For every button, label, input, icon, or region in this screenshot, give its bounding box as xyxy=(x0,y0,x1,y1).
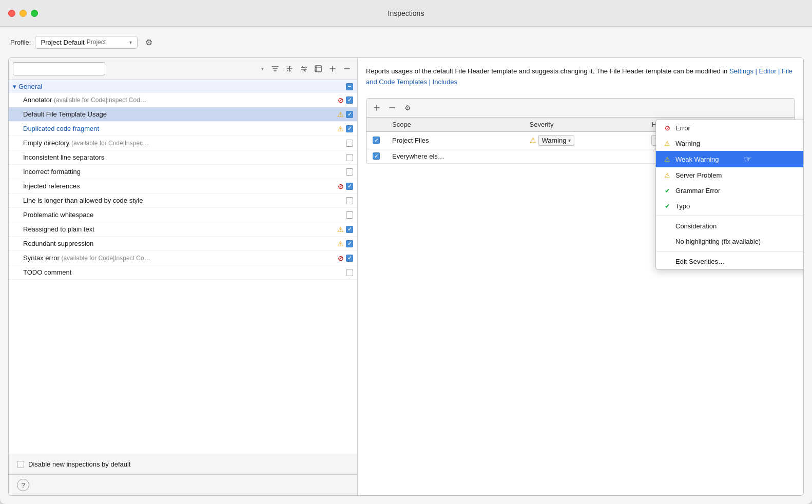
item-checkbox[interactable] xyxy=(346,154,353,161)
item-checkbox[interactable] xyxy=(346,240,353,247)
dropdown-item-label: Weak Warning xyxy=(675,156,719,163)
panels: 🔍 ▾ xyxy=(8,57,804,496)
dropdown-item-edit-severities[interactable]: Edit Severities… xyxy=(656,254,804,269)
scope-severity[interactable]: ⚠ Warning ▾ xyxy=(524,131,646,149)
minimize-button[interactable] xyxy=(20,10,27,17)
error-icon: ⊘ xyxy=(338,182,344,190)
tree-item[interactable]: Redundant suppression ⚠ xyxy=(9,237,357,251)
tree-item[interactable]: Problematic whitespace xyxy=(9,208,357,222)
maximize-button[interactable] xyxy=(31,10,38,17)
bottom-bar: Disable new inspections by default xyxy=(9,454,357,474)
tree-item[interactable]: Line is longer than allowed by code styl… xyxy=(9,193,357,208)
item-checkbox[interactable] xyxy=(346,183,353,190)
dropdown-item-grammar-error[interactable]: ✔ Grammar Error xyxy=(656,183,804,198)
search-input[interactable] xyxy=(13,62,105,75)
severity-dropdown-overlay: ⊘ Error ⚠ Warning ⚠ Weak Warning ☞ ⚠ S xyxy=(655,120,804,269)
expand-all-button[interactable] xyxy=(283,63,296,75)
tree-item[interactable]: Annotator (available for Code|Inspect Co… xyxy=(9,93,357,107)
item-name: Redundant suppression xyxy=(23,240,93,247)
scope-name: Project Files xyxy=(386,131,524,149)
tree-item[interactable]: Injected references ⊘ xyxy=(9,179,357,193)
item-name: Annotator xyxy=(23,96,52,104)
collapse-all-button[interactable] xyxy=(298,63,310,75)
severity-icon: ⚠ xyxy=(530,136,536,144)
profile-name: Project Default xyxy=(41,38,84,46)
item-name: Duplicated code fragment xyxy=(23,125,99,132)
item-checkbox[interactable] xyxy=(346,269,353,276)
item-checkbox[interactable] xyxy=(346,168,353,176)
tree-item[interactable]: Empty directory (available for Code|Insp… xyxy=(9,136,357,150)
help-button[interactable]: ? xyxy=(17,479,29,491)
warning-icon: ⚠ xyxy=(337,125,344,133)
item-checkbox[interactable] xyxy=(346,111,353,118)
warning-icon: ⚠ xyxy=(337,240,344,248)
item-name: Empty directory xyxy=(23,139,69,147)
disable-inspections-checkbox[interactable] xyxy=(17,461,24,468)
svg-rect-0 xyxy=(315,66,321,72)
warning-option-icon: ⚠ xyxy=(663,139,671,147)
scope-remove-button[interactable] xyxy=(386,102,398,114)
tree-item[interactable]: TODO comment xyxy=(9,265,357,280)
error-icon: ⊘ xyxy=(338,254,344,262)
tree-item[interactable]: Incorrect formatting xyxy=(9,165,357,179)
dropdown-item-warning[interactable]: ⚠ Warning xyxy=(656,135,804,151)
item-name: TODO comment xyxy=(23,268,71,276)
tree-item[interactable]: Inconsistent line separators xyxy=(9,150,357,165)
scope-row-check[interactable] xyxy=(366,131,386,149)
dropdown-item-server-problem[interactable]: ⚠ Server Problem xyxy=(656,167,804,183)
typo-option-icon: ✔ xyxy=(663,202,671,210)
dropdown-item-label: Error xyxy=(675,124,690,132)
scope-severity[interactable] xyxy=(524,149,646,163)
item-name: Reassigned to plain text xyxy=(23,225,94,233)
warning-icon: ⚠ xyxy=(337,225,344,234)
left-panel: 🔍 ▾ xyxy=(9,58,358,495)
item-name: Injected references xyxy=(23,182,80,190)
add-inspection-button[interactable] xyxy=(326,63,339,75)
group-chevron: ▾ xyxy=(13,83,16,90)
window-title: Inspections xyxy=(388,9,424,17)
item-checkbox[interactable] xyxy=(346,96,353,104)
scope-add-button[interactable] xyxy=(371,102,383,114)
item-checkbox[interactable] xyxy=(346,211,353,219)
severity-dropdown-trigger[interactable]: Warning ▾ xyxy=(538,135,575,146)
dropdown-item-weak-warning[interactable]: ⚠ Weak Warning ☞ xyxy=(656,151,804,167)
item-name: Syntax error xyxy=(23,254,60,262)
search-toolbar: 🔍 ▾ xyxy=(9,58,357,80)
dropdown-item-consideration[interactable]: Consideration xyxy=(656,218,804,234)
group-checkbox[interactable] xyxy=(346,83,353,90)
scope-settings-button[interactable]: ⚙ xyxy=(401,102,414,114)
dropdown-item-label: Consideration xyxy=(675,222,717,230)
dropdown-item-no-highlighting[interactable]: No highlighting (fix available) xyxy=(656,234,804,249)
filter-button[interactable] xyxy=(269,63,281,75)
dropdown-divider xyxy=(656,216,804,216)
dropdown-item-label: Grammar Error xyxy=(675,187,720,195)
dropdown-item-label: Server Problem xyxy=(675,171,722,179)
inspection-tree[interactable]: ▾ General Annotator (available for Code|… xyxy=(9,80,357,454)
item-checkbox[interactable] xyxy=(346,255,353,262)
server-problem-option-icon: ⚠ xyxy=(663,171,671,179)
item-checkbox[interactable] xyxy=(346,125,353,132)
scope-checkbox[interactable] xyxy=(373,152,380,160)
frame-button[interactable] xyxy=(312,63,324,75)
edit-severities-option-icon xyxy=(663,257,671,265)
tree-item[interactable]: Duplicated code fragment ⚠ xyxy=(9,122,357,136)
severity-label: Warning xyxy=(542,137,567,144)
tree-item[interactable]: Syntax error (available for Code|Inspect… xyxy=(9,251,357,265)
dropdown-item-error[interactable]: ⊘ Error xyxy=(656,120,804,135)
gear-button[interactable]: ⚙ xyxy=(142,35,156,49)
item-detail: (available for Code|Inspect Co… xyxy=(61,255,150,262)
scope-checkbox[interactable] xyxy=(373,137,380,144)
group-general[interactable]: ▾ General xyxy=(9,80,357,93)
item-checkbox[interactable] xyxy=(346,226,353,233)
item-checkbox[interactable] xyxy=(346,197,353,204)
tree-item[interactable]: Reassigned to plain text ⚠ xyxy=(9,222,357,237)
remove-inspection-button[interactable] xyxy=(341,63,353,75)
item-name: Inconsistent line separators xyxy=(23,153,104,161)
dropdown-item-typo[interactable]: ✔ Typo xyxy=(656,198,804,214)
item-name: Incorrect formatting xyxy=(23,168,81,176)
tree-item-selected[interactable]: Default File Template Usage ⚠ xyxy=(9,107,357,122)
scope-row-check[interactable] xyxy=(366,149,386,163)
profile-dropdown[interactable]: Project Default Project ▾ xyxy=(35,36,138,49)
close-button[interactable] xyxy=(8,10,15,17)
item-checkbox[interactable] xyxy=(346,140,353,147)
